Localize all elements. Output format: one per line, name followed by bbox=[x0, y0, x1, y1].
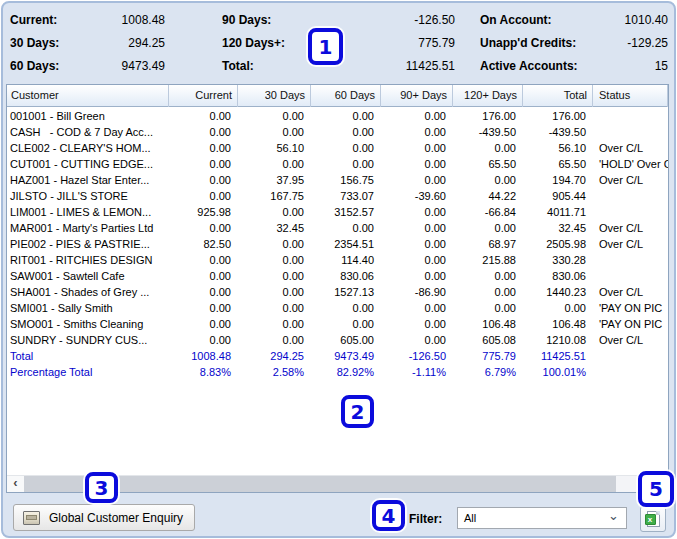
days90-cell: 0.00 bbox=[381, 300, 453, 316]
summary-label-30days: 30 Days: bbox=[10, 35, 59, 51]
status-cell bbox=[593, 188, 668, 204]
export-to-excel-button[interactable]: x bbox=[640, 506, 666, 532]
customer-cell: CUT001 - CUTTING EDGE... bbox=[7, 156, 169, 172]
current-cell: 0.00 bbox=[169, 252, 238, 268]
table-row[interactable]: SAW001 - Sawtell Cafe 0.00 0.00 830.06 0… bbox=[7, 268, 668, 284]
days30-cell: 0.00 bbox=[238, 156, 311, 172]
table-row[interactable]: HAZ001 - Hazel Star Enter... 0.00 37.95 … bbox=[7, 172, 668, 188]
column-header-status[interactable]: Status bbox=[593, 85, 668, 107]
column-header-90days[interactable]: 90+ Days bbox=[381, 85, 453, 107]
status-cell: Over C/L bbox=[593, 140, 668, 156]
days120-cell: 106.48 bbox=[453, 316, 523, 332]
days120-cell: 176.00 bbox=[453, 108, 523, 124]
column-header-current[interactable]: Current bbox=[169, 85, 238, 107]
days90-cell: 0.00 bbox=[381, 220, 453, 236]
days120-cell: 215.88 bbox=[453, 252, 523, 268]
days60-cell: 0.00 bbox=[311, 124, 381, 140]
current-cell: 0.00 bbox=[169, 156, 238, 172]
summary-value-120days: 775.79 bbox=[330, 35, 455, 51]
current-cell: 0.00 bbox=[169, 268, 238, 284]
days90-cell: 0.00 bbox=[381, 204, 453, 220]
total-cell: 2505.98 bbox=[523, 236, 593, 252]
days90-cell: 0.00 bbox=[381, 108, 453, 124]
total-90days: -126.50 bbox=[381, 348, 453, 364]
days60-cell: 1527.13 bbox=[311, 284, 381, 300]
total-cell: 194.70 bbox=[523, 172, 593, 188]
total-total: 11425.51 bbox=[523, 348, 593, 364]
percentage-total: 100.01% bbox=[523, 364, 593, 380]
total-cell: 56.10 bbox=[523, 140, 593, 156]
customer-cell: LIM001 - LIMES & LEMON... bbox=[7, 204, 169, 220]
total-60days: 9473.49 bbox=[311, 348, 381, 364]
column-header-total[interactable]: Total bbox=[523, 85, 593, 107]
table-header-row: Customer Current 30 Days 60 Days 90+ Day… bbox=[7, 85, 668, 107]
customer-cell: CLE002 - CLEARY'S HOM... bbox=[7, 140, 169, 156]
days60-cell: 114.40 bbox=[311, 252, 381, 268]
filter-label: Filter: bbox=[409, 511, 442, 527]
current-cell: 0.00 bbox=[169, 124, 238, 140]
customer-cell: HAZ001 - Hazel Star Enter... bbox=[7, 172, 169, 188]
scroll-left-arrow-icon[interactable]: ‹ bbox=[7, 476, 24, 492]
status-cell: 'PAY ON PIC bbox=[593, 316, 668, 332]
days60-cell: 0.00 bbox=[311, 316, 381, 332]
table-row[interactable]: MAR001 - Marty's Parties Ltd 0.00 32.45 … bbox=[7, 220, 668, 236]
table-row[interactable]: PIE002 - PIES & PASTRIE... 82.50 0.00 23… bbox=[7, 236, 668, 252]
callout-badge-2: 2 bbox=[341, 395, 374, 428]
days30-cell: 0.00 bbox=[238, 252, 311, 268]
table-row[interactable]: RIT001 - RITCHIES DESIGN 0.00 0.00 114.4… bbox=[7, 252, 668, 268]
status-cell: Over C/L bbox=[593, 236, 668, 252]
summary-value-90days: -126.50 bbox=[330, 12, 455, 28]
days60-cell: 733.07 bbox=[311, 188, 381, 204]
total-cell: 65.50 bbox=[523, 156, 593, 172]
summary-value-60days: 9473.49 bbox=[78, 58, 165, 74]
status-cell bbox=[593, 108, 668, 124]
column-header-customer[interactable]: Customer bbox=[7, 85, 169, 107]
days60-cell: 0.00 bbox=[311, 140, 381, 156]
percentage-current: 8.83% bbox=[169, 364, 238, 380]
days90-cell: 0.00 bbox=[381, 316, 453, 332]
status-cell: 'HOLD' Over C/L bbox=[593, 156, 668, 172]
filter-dropdown[interactable]: All ⌄ bbox=[457, 507, 627, 529]
total-cell: 830.06 bbox=[523, 268, 593, 284]
total-cell: 32.45 bbox=[523, 220, 593, 236]
days90-cell: 0.00 bbox=[381, 140, 453, 156]
total-cell: -439.50 bbox=[523, 124, 593, 140]
column-header-120days[interactable]: 120+ Days bbox=[453, 85, 523, 107]
table-row[interactable]: SUNDRY - SUNDRY CUS... 0.00 0.00 605.00 … bbox=[7, 332, 668, 348]
current-cell: 0.00 bbox=[169, 188, 238, 204]
customer-cell: RIT001 - RITCHIES DESIGN bbox=[7, 252, 169, 268]
days120-cell: -66.84 bbox=[453, 204, 523, 220]
table-row[interactable]: CUT001 - CUTTING EDGE... 0.00 0.00 0.00 … bbox=[7, 156, 668, 172]
days30-cell: 0.00 bbox=[238, 316, 311, 332]
column-header-60days[interactable]: 60 Days bbox=[311, 85, 381, 107]
table-row[interactable]: 001001 - Bill Green 0.00 0.00 0.00 0.00 … bbox=[7, 108, 668, 124]
table-row[interactable]: JILSTO - JILL'S STORE 0.00 167.75 733.07… bbox=[7, 188, 668, 204]
current-cell: 82.50 bbox=[169, 236, 238, 252]
table-row[interactable]: SHA001 - Shades of Grey ... 0.00 0.00 15… bbox=[7, 284, 668, 300]
filter-selected-value: All bbox=[464, 512, 476, 524]
percentage-status bbox=[593, 364, 668, 380]
table-row[interactable]: SMO001 - Smiths Cleaning 0.00 0.00 0.00 … bbox=[7, 316, 668, 332]
current-cell: 0.00 bbox=[169, 284, 238, 300]
current-cell: 925.98 bbox=[169, 204, 238, 220]
days60-cell: 2354.51 bbox=[311, 236, 381, 252]
days30-cell: 0.00 bbox=[238, 236, 311, 252]
days90-cell: 0.00 bbox=[381, 332, 453, 348]
days30-cell: 0.00 bbox=[238, 300, 311, 316]
days60-cell: 0.00 bbox=[311, 108, 381, 124]
days90-cell: 0.00 bbox=[381, 124, 453, 140]
column-header-30days[interactable]: 30 Days bbox=[238, 85, 311, 107]
summary-label-60days: 60 Days: bbox=[10, 58, 59, 74]
table-row[interactable]: CLE002 - CLEARY'S HOM... 0.00 56.10 0.00… bbox=[7, 140, 668, 156]
table-row[interactable]: LIM001 - LIMES & LEMON... 925.98 0.00 31… bbox=[7, 204, 668, 220]
percentage-60days: 82.92% bbox=[311, 364, 381, 380]
global-customer-enquiry-button[interactable]: Global Customer Enquiry bbox=[13, 504, 195, 531]
status-cell bbox=[593, 124, 668, 140]
summary-value-current: 1008.48 bbox=[78, 12, 165, 28]
callout-badge-5: 5 bbox=[638, 471, 674, 507]
table-row[interactable]: SMI001 - Sally Smith 0.00 0.00 0.00 0.00… bbox=[7, 300, 668, 316]
callout-badge-1: 1 bbox=[308, 28, 343, 65]
table-row[interactable]: CASH - COD & 7 Day Acc... 0.00 0.00 0.00… bbox=[7, 124, 668, 140]
days60-cell: 0.00 bbox=[311, 156, 381, 172]
total-cell: 330.28 bbox=[523, 252, 593, 268]
